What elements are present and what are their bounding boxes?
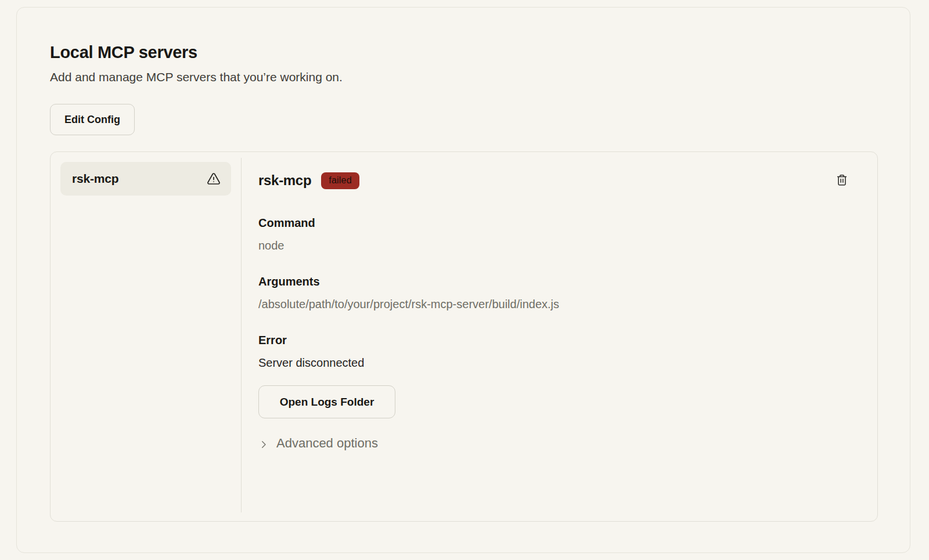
server-list-item-label: rsk-mcp (72, 172, 118, 186)
server-detail-header: rsk-mcp failed (258, 172, 849, 189)
edit-config-button[interactable]: Edit Config (50, 104, 135, 135)
server-detail-panel: rsk-mcp failed (242, 152, 877, 521)
field-command: Command node (258, 216, 849, 253)
server-list: rsk-mcp (51, 152, 241, 521)
server-list-item-rsk-mcp[interactable]: rsk-mcp (60, 162, 231, 196)
panel-content: Local MCP servers Add and manage MCP ser… (17, 8, 910, 522)
field-command-label: Command (258, 216, 849, 230)
field-error-value: Server disconnected (258, 356, 849, 370)
server-name-heading: rsk-mcp (258, 172, 311, 189)
chevron-right-icon (258, 438, 269, 449)
status-badge: failed (321, 172, 359, 189)
page-title: Local MCP servers (50, 42, 910, 62)
advanced-options-label: Advanced options (276, 436, 378, 451)
delete-server-button[interactable] (834, 173, 849, 188)
server-card: rsk-mcp rsk-mcp failed (50, 151, 878, 522)
field-command-value: node (258, 239, 849, 253)
field-arguments-label: Arguments (258, 274, 849, 288)
field-arguments-value: /absolute/path/to/your/project/rsk-mcp-s… (258, 297, 849, 312)
page-subtitle: Add and manage MCP servers that you’re w… (50, 69, 910, 85)
field-error-label: Error (258, 333, 849, 347)
advanced-options-toggle[interactable]: Advanced options (258, 436, 378, 451)
open-logs-folder-button[interactable]: Open Logs Folder (258, 385, 395, 418)
local-mcp-servers-panel: Local MCP servers Add and manage MCP ser… (16, 7, 910, 553)
field-error: Error Server disconnected (258, 333, 849, 370)
warning-icon (207, 172, 221, 186)
trash-icon (836, 173, 848, 189)
field-arguments: Arguments /absolute/path/to/your/project… (258, 274, 849, 312)
